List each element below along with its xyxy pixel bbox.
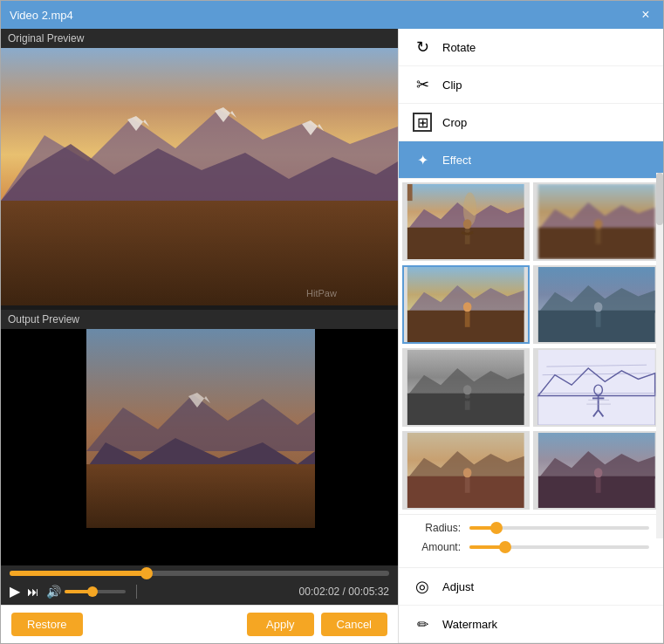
right-buttons: Apply Cancel bbox=[247, 613, 387, 636]
effect-thumb-2[interactable] bbox=[533, 182, 661, 261]
menu-item-crop[interactable]: ⊞ Crop bbox=[399, 104, 663, 141]
skip-button[interactable]: ⏭ bbox=[27, 585, 39, 599]
original-preview-label: Original Preview bbox=[1, 29, 398, 48]
crop-icon: ⊞ bbox=[413, 113, 432, 132]
title-bar: Video 2.mp4 × bbox=[1, 1, 663, 29]
svg-point-20 bbox=[463, 219, 472, 229]
amount-thumb[interactable] bbox=[499, 541, 511, 553]
main-content: Original Preview bbox=[1, 29, 663, 643]
window-title: Video 2.mp4 bbox=[10, 9, 73, 22]
svg-rect-13 bbox=[86, 464, 315, 528]
svg-line-22 bbox=[462, 232, 468, 234]
crop-label: Crop bbox=[442, 116, 467, 129]
svg-point-61 bbox=[463, 468, 472, 477]
svg-point-42 bbox=[463, 385, 472, 394]
svg-point-32 bbox=[463, 302, 472, 312]
volume-area: 🔊 bbox=[46, 585, 126, 599]
divider bbox=[136, 585, 137, 599]
left-panel: Original Preview bbox=[1, 29, 398, 643]
play-button[interactable]: ▶ bbox=[10, 583, 20, 599]
svg-rect-43 bbox=[465, 395, 470, 410]
original-preview-image: HitPaw bbox=[1, 48, 398, 305]
effect-thumb-8[interactable] bbox=[533, 431, 661, 510]
bottom-bar: Restore Apply Cancel bbox=[1, 605, 398, 643]
output-preview-label: Output Preview bbox=[1, 310, 398, 329]
adjust-label: Adjust bbox=[442, 580, 474, 593]
watermark-icon: ✏ bbox=[413, 614, 432, 634]
clip-label: Clip bbox=[442, 79, 462, 92]
effect-label: Effect bbox=[442, 154, 471, 167]
volume-slider[interactable] bbox=[65, 590, 126, 593]
adjust-icon: ◎ bbox=[413, 577, 432, 596]
controls-row: ▶ ⏭ 🔊 00:02:02 / 00:05:32 bbox=[10, 583, 389, 599]
radius-label: Radius: bbox=[413, 522, 461, 534]
main-window: Video 2.mp4 × Original Preview bbox=[0, 0, 664, 644]
menu-item-watermark[interactable]: ✏ Watermark bbox=[399, 606, 663, 643]
original-preview: HitPaw bbox=[1, 48, 398, 310]
scrollbar-thumb[interactable] bbox=[656, 173, 663, 225]
amount-label: Amount: bbox=[413, 541, 461, 553]
close-button[interactable]: × bbox=[637, 6, 654, 24]
sliders-area: Radius: Amount: bbox=[399, 514, 663, 567]
svg-rect-21 bbox=[465, 230, 470, 244]
effect-thumb-4[interactable] bbox=[533, 265, 661, 344]
menu-item-rotate[interactable]: ↻ Rotate bbox=[399, 29, 663, 66]
output-preview bbox=[1, 329, 398, 565]
svg-rect-33 bbox=[465, 312, 470, 327]
svg-text:HitPaw: HitPaw bbox=[306, 288, 337, 298]
volume-icon[interactable]: 🔊 bbox=[46, 585, 61, 599]
svg-rect-62 bbox=[465, 478, 470, 493]
radius-row: Radius: bbox=[413, 522, 649, 534]
menu-item-adjust[interactable]: ◎ Adjust bbox=[399, 568, 663, 606]
right-panel: ↻ Rotate ✂ Clip ⊞ Crop ✦ Effect bbox=[398, 29, 663, 643]
progress-fill bbox=[10, 571, 147, 576]
svg-line-45 bbox=[468, 398, 474, 400]
svg-rect-19 bbox=[407, 184, 413, 201]
restore-button[interactable]: Restore bbox=[11, 613, 83, 636]
effect-thumb-6[interactable] bbox=[533, 348, 661, 427]
controls-bar: ▶ ⏭ 🔊 00:02:02 / 00:05:32 bbox=[1, 565, 398, 605]
rotate-icon: ↻ bbox=[413, 38, 432, 57]
radius-track[interactable] bbox=[469, 526, 649, 530]
svg-rect-8 bbox=[1, 329, 86, 528]
output-preview-image bbox=[1, 329, 398, 528]
apply-button[interactable]: Apply bbox=[247, 613, 314, 636]
menu-item-clip[interactable]: ✂ Clip bbox=[399, 66, 663, 104]
svg-rect-28 bbox=[595, 230, 600, 244]
amount-row: Amount: bbox=[413, 541, 649, 553]
effect-thumb-3[interactable] bbox=[402, 265, 530, 344]
svg-point-37 bbox=[593, 302, 602, 312]
volume-thumb[interactable] bbox=[87, 586, 98, 597]
svg-rect-9 bbox=[315, 329, 398, 528]
svg-point-66 bbox=[593, 468, 602, 477]
progress-thumb[interactable] bbox=[140, 567, 153, 579]
progress-bar[interactable] bbox=[10, 571, 389, 576]
time-display: 00:02:02 / 00:05:32 bbox=[299, 586, 389, 598]
watermark-label: Watermark bbox=[442, 618, 497, 631]
svg-line-23 bbox=[468, 232, 474, 234]
svg-rect-38 bbox=[595, 312, 600, 327]
effect-thumb-1[interactable] bbox=[402, 182, 530, 261]
rotate-label: Rotate bbox=[442, 41, 476, 54]
time-total: 00:05:32 bbox=[348, 586, 389, 598]
effect-thumb-7[interactable] bbox=[402, 431, 530, 510]
svg-point-27 bbox=[593, 219, 602, 229]
menu-item-effect[interactable]: ✦ Effect bbox=[399, 141, 663, 179]
effect-icon: ✦ bbox=[413, 150, 432, 169]
cancel-button[interactable]: Cancel bbox=[321, 613, 387, 636]
clip-icon: ✂ bbox=[413, 75, 432, 94]
time-current: 00:02:02 bbox=[299, 586, 340, 598]
scrollbar[interactable] bbox=[656, 173, 663, 538]
svg-line-44 bbox=[462, 398, 468, 400]
svg-rect-67 bbox=[595, 478, 600, 493]
amount-track[interactable] bbox=[469, 545, 649, 549]
radius-thumb[interactable] bbox=[490, 522, 503, 534]
svg-rect-6 bbox=[1, 201, 398, 305]
effect-thumb-5[interactable] bbox=[402, 348, 530, 427]
effect-grid bbox=[399, 179, 663, 514]
svg-rect-46 bbox=[537, 350, 654, 425]
bottom-menu-items: ◎ Adjust ✏ Watermark bbox=[399, 567, 663, 643]
